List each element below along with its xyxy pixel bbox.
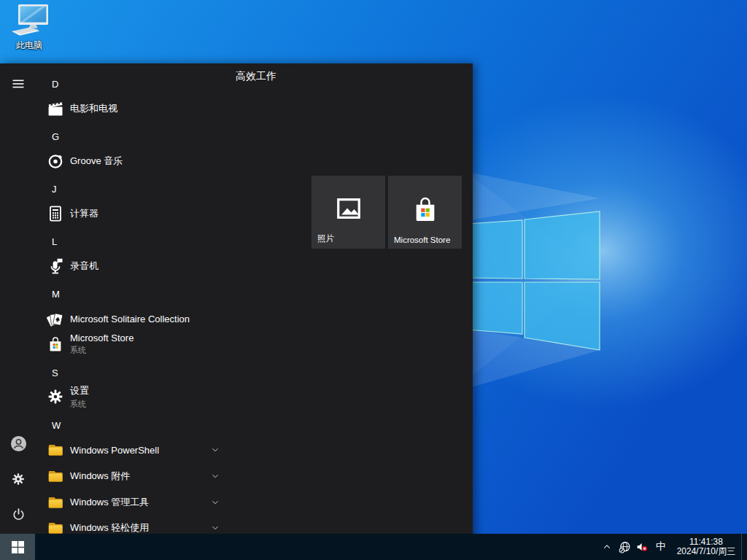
start-menu-expand-button[interactable] bbox=[9, 74, 28, 93]
photos-icon bbox=[335, 195, 363, 222]
this-pc-icon bbox=[9, 4, 50, 39]
start-menu-app-list: D 电影和电视 G Groove 音乐 J 计算器 L bbox=[35, 63, 233, 560]
taskbar: 中 11:41:38 2024/7/10/周三 bbox=[0, 534, 747, 560]
chevron-down-icon[interactable] bbox=[211, 498, 220, 507]
solitaire-icon bbox=[47, 310, 64, 327]
tile-photos[interactable]: 照片 bbox=[311, 176, 385, 249]
user-icon bbox=[10, 435, 27, 452]
show-desktop-button[interactable] bbox=[741, 534, 747, 560]
letter-header-d[interactable]: D bbox=[35, 71, 226, 96]
system-tray: 中 11:41:38 2024/7/10/周三 bbox=[598, 534, 747, 560]
voice-recorder-icon bbox=[47, 257, 64, 275]
network-no-internet-icon bbox=[618, 540, 632, 554]
desktop-screen: 此电脑 D 电影和电视 G bbox=[0, 0, 747, 560]
microsoft-store-icon bbox=[47, 335, 64, 353]
desktop-icon-this-pc[interactable]: 此电脑 bbox=[7, 4, 51, 52]
folder-item-windows-accessories[interactable]: Windows 附件 bbox=[35, 464, 226, 489]
app-item-calculator[interactable]: 计算器 bbox=[35, 201, 226, 226]
power-icon bbox=[11, 507, 26, 522]
groove-music-icon bbox=[47, 152, 64, 170]
app-item-movies-tv[interactable]: 电影和电视 bbox=[35, 96, 226, 121]
settings-button[interactable] bbox=[9, 470, 28, 489]
chevron-down-icon[interactable] bbox=[211, 472, 220, 481]
hamburger-icon bbox=[11, 77, 26, 91]
app-item-groove-music[interactable]: Groove 音乐 bbox=[35, 149, 226, 174]
chevron-down-icon[interactable] bbox=[211, 524, 220, 532]
microsoft-store-icon bbox=[411, 195, 440, 224]
app-item-settings[interactable]: 设置 系统 bbox=[35, 381, 226, 413]
folder-icon bbox=[47, 441, 64, 459]
letter-header-j[interactable]: J bbox=[35, 176, 226, 201]
folder-icon bbox=[47, 467, 64, 485]
desktop-icon-label: 此电脑 bbox=[16, 39, 42, 52]
power-button[interactable] bbox=[9, 505, 28, 524]
volume-muted-icon bbox=[635, 540, 649, 553]
settings-gear-icon bbox=[47, 388, 64, 405]
app-item-sublabel: 系统 bbox=[70, 399, 89, 410]
app-item-sublabel: 系统 bbox=[70, 345, 133, 356]
letter-header-w[interactable]: W bbox=[35, 413, 226, 438]
tile-group-header[interactable]: 高效工作 bbox=[236, 70, 276, 83]
app-item-solitaire[interactable]: Microsoft Solitaire Collection bbox=[35, 306, 226, 331]
chevron-down-icon[interactable] bbox=[211, 446, 220, 454]
clock-date: 2024/7/10/周三 bbox=[671, 547, 741, 557]
letter-header-g[interactable]: G bbox=[35, 124, 226, 149]
app-item-voice-recorder[interactable]: 录音机 bbox=[35, 254, 226, 279]
chevron-up-icon bbox=[602, 542, 612, 552]
letter-header-l[interactable]: L bbox=[35, 229, 226, 254]
start-menu: D 电影和电视 G Groove 音乐 J 计算器 L bbox=[0, 63, 473, 560]
user-account-button[interactable] bbox=[9, 434, 28, 453]
tray-expand-button[interactable] bbox=[598, 534, 616, 560]
clock-time: 11:41:38 bbox=[671, 537, 741, 548]
taskbar-empty-area bbox=[35, 534, 598, 560]
windows-logo-icon bbox=[12, 541, 24, 553]
calculator-icon bbox=[47, 205, 64, 222]
settings-icon bbox=[11, 472, 26, 486]
volume-button[interactable] bbox=[633, 534, 651, 560]
folder-item-windows-admin-tools[interactable]: Windows 管理工具 bbox=[35, 490, 226, 515]
network-button[interactable] bbox=[616, 534, 633, 560]
folder-item-windows-powershell[interactable]: Windows PowerShell bbox=[35, 438, 226, 462]
ime-indicator[interactable]: 中 bbox=[651, 534, 671, 560]
tile-microsoft-store[interactable]: Microsoft Store bbox=[388, 176, 462, 249]
folder-icon bbox=[47, 494, 64, 511]
start-button[interactable] bbox=[0, 534, 35, 560]
movies-tv-icon bbox=[47, 100, 64, 117]
app-item-microsoft-store[interactable]: Microsoft Store 系统 bbox=[35, 328, 226, 360]
letter-header-m[interactable]: M bbox=[35, 281, 226, 306]
taskbar-clock[interactable]: 11:41:38 2024/7/10/周三 bbox=[671, 534, 741, 560]
